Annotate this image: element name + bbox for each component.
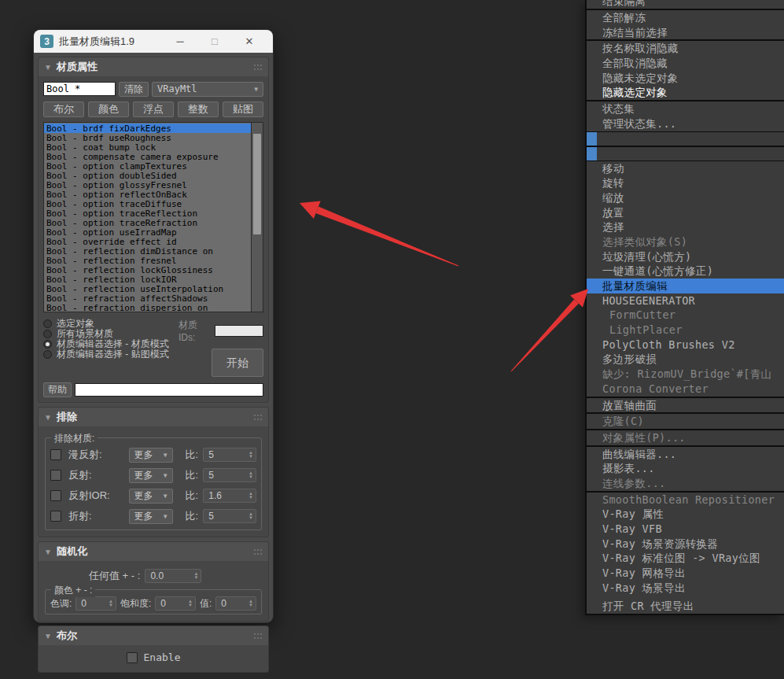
menu-item[interactable]: V-Ray 场景资源转换器: [587, 537, 784, 552]
list-item[interactable]: Bool - option_clampTextures: [44, 161, 251, 171]
list-item-selected[interactable]: Bool - brdf_fixDarkEdges: [44, 124, 251, 133]
type-button-float[interactable]: 浮点: [133, 101, 174, 117]
menu-item[interactable]: 垃圾清理(心慌方): [587, 249, 784, 264]
checkbox[interactable]: [50, 490, 61, 501]
list-item[interactable]: Bool - coat_bump_lock: [44, 142, 251, 152]
menu-item[interactable]: 旋转: [587, 175, 784, 190]
filter-input[interactable]: [43, 82, 116, 96]
menu-item[interactable]: 放置: [587, 205, 784, 220]
spinner-arrows-icon[interactable]: ▲▼: [248, 451, 256, 459]
list-item[interactable]: Bool - reflection_lockGlossiness: [44, 265, 251, 275]
value-spinner[interactable]: 0 ▲▼: [215, 596, 256, 611]
spinner-arrows-icon[interactable]: ▲▼: [248, 600, 256, 607]
list-item[interactable]: Bool - brdf_useRoughness: [44, 133, 251, 142]
spinner-arrows-icon[interactable]: ▲▼: [248, 471, 256, 479]
menu-item[interactable]: 全部解冻: [587, 10, 784, 25]
menu-item[interactable]: 隐藏选定对象: [587, 85, 784, 100]
menu-item[interactable]: 连线参数...: [587, 476, 784, 491]
list-item[interactable]: Bool - reflection_useInterpolation: [44, 284, 251, 293]
rollout-header-randomize[interactable]: ▼ 随机化: [39, 542, 268, 561]
enable-checkbox[interactable]: [127, 652, 138, 663]
list-item[interactable]: Bool - refraction_affectShadows: [44, 293, 251, 303]
menu-item[interactable]: 移动: [587, 161, 784, 176]
list-item[interactable]: Bool - option_doubleSided: [44, 171, 251, 180]
more-dropdown[interactable]: 更多 ▼: [129, 509, 173, 524]
menu-item[interactable]: PolyCloth Brushes V2: [587, 338, 784, 352]
material-type-dropdown[interactable]: VRayMtl ▼: [152, 82, 263, 97]
scrollbar-thumb[interactable]: [253, 134, 261, 234]
menu-item[interactable]: FormCutter: [587, 308, 784, 323]
menu-item[interactable]: 缩放: [587, 190, 784, 205]
ratio-spinner[interactable]: 1.6 ▲▼: [203, 489, 256, 503]
menu-item[interactable]: 状态集: [587, 101, 784, 116]
help-button[interactable]: 帮助: [43, 382, 72, 397]
menu-item[interactable]: LightPlacer: [587, 323, 784, 338]
menu-item[interactable]: 结束隔离: [587, 0, 784, 9]
menu-item[interactable]: 打开 CR 代理导出: [587, 599, 784, 614]
enable-checkbox-row[interactable]: Enable: [39, 645, 268, 672]
saturation-spinner[interactable]: 0 ▲▼: [155, 596, 196, 611]
more-dropdown[interactable]: 更多 ▼: [129, 448, 173, 463]
help-field[interactable]: [75, 383, 263, 397]
rollout-header-exclude[interactable]: ▼ 排除: [39, 408, 268, 426]
list-item[interactable]: Bool - reflection_lockIOR: [44, 275, 251, 284]
menu-item[interactable]: 管理状态集...: [587, 116, 784, 131]
menu-item[interactable]: 隐藏未选定对象: [587, 71, 784, 86]
spinner-arrows-icon[interactable]: ▲▼: [188, 600, 195, 607]
menu-item[interactable]: 摄影表...: [587, 461, 784, 476]
start-button[interactable]: 开始: [212, 349, 263, 377]
spinner-arrows-icon[interactable]: ▲▼: [109, 600, 116, 607]
type-button-bool[interactable]: 布尔: [43, 101, 84, 117]
menu-item[interactable]: 按名称取消隐藏: [587, 41, 784, 56]
menu-item[interactable]: 选择类似对象(S): [587, 234, 784, 249]
close-button[interactable]: ✕: [232, 30, 267, 53]
radio-mtl-editor-map-mode[interactable]: 材质编辑器选择 - 贴图模式: [43, 349, 179, 360]
ratio-spinner[interactable]: 5 ▲▼: [203, 448, 256, 462]
menu-item[interactable]: SmoothBoolean Repositioner: [587, 493, 784, 507]
more-dropdown[interactable]: 更多 ▼: [129, 468, 173, 483]
menu-item[interactable]: 一键通道(心慌方修正): [587, 264, 784, 279]
ratio-spinner[interactable]: 5 ▲▼: [203, 509, 256, 523]
list-item[interactable]: Bool - option_traceRefraction: [44, 218, 251, 227]
menu-item[interactable]: 冻结当前选择: [587, 25, 784, 40]
menu-item[interactable]: Corona Converter: [587, 382, 784, 397]
type-button-integer[interactable]: 整数: [178, 101, 219, 117]
quad-title-bar[interactable]: [587, 146, 784, 161]
list-item[interactable]: Bool - option_traceReflection: [44, 208, 251, 218]
more-dropdown[interactable]: 更多 ▼: [129, 489, 173, 504]
menu-item[interactable]: 多边形破损: [587, 352, 784, 367]
list-item[interactable]: Bool - compensate_camera_exposure: [44, 152, 251, 161]
list-item[interactable]: Bool - option_glossyFresnel: [44, 180, 251, 190]
menu-item-batch-material-edit[interactable]: 批量材质编辑: [587, 279, 784, 293]
titlebar[interactable]: 3 批量材质编辑1.9 ─ □ ✕: [34, 30, 273, 53]
quad-title-bar[interactable]: [587, 131, 784, 146]
any-value-spinner[interactable]: 0.0 ▲▼: [145, 569, 201, 583]
menu-item[interactable]: 曲线编辑器...: [587, 447, 784, 462]
rollout-header-bool[interactable]: ▼ 布尔: [39, 626, 268, 645]
menu-item[interactable]: V-Ray 属性: [587, 507, 784, 522]
menu-item[interactable]: 克隆(C): [587, 414, 784, 429]
list-item[interactable]: Bool - option_useIrradMap: [44, 227, 251, 237]
menu-item[interactable]: V-Ray 网格导出: [587, 566, 784, 581]
menu-item[interactable]: 全部取消隐藏: [587, 56, 784, 71]
maximize-button[interactable]: □: [197, 30, 232, 53]
spinner-arrows-icon[interactable]: ▲▼: [193, 572, 201, 580]
spinner-arrows-icon[interactable]: ▲▼: [248, 512, 256, 520]
list-scrollbar[interactable]: [251, 123, 263, 312]
menu-item[interactable]: HOUSEGENERATOR: [587, 293, 784, 308]
menu-item[interactable]: 缺少: RizomUV_Bridge`#[青山: [587, 367, 784, 382]
type-button-color[interactable]: 颜色: [88, 101, 129, 117]
list-item[interactable]: Bool - option_traceDiffuse: [44, 199, 251, 208]
menu-item[interactable]: V-Ray VFB: [587, 522, 784, 537]
material-ids-input[interactable]: [215, 325, 263, 337]
checkbox[interactable]: [50, 470, 61, 481]
list-item[interactable]: Bool - refraction_dispersion_on: [44, 303, 251, 312]
clear-button[interactable]: 清除: [119, 82, 149, 97]
menu-item[interactable]: 选择: [587, 220, 784, 234]
hue-spinner[interactable]: 0 ▲▼: [75, 596, 116, 611]
checkbox[interactable]: [50, 449, 61, 460]
ratio-spinner[interactable]: 5 ▲▼: [203, 468, 256, 482]
minimize-button[interactable]: ─: [163, 30, 197, 53]
menu-item[interactable]: V-Ray 标准位图 -> VRay位图: [587, 551, 784, 566]
type-button-map[interactable]: 贴图: [223, 101, 263, 117]
